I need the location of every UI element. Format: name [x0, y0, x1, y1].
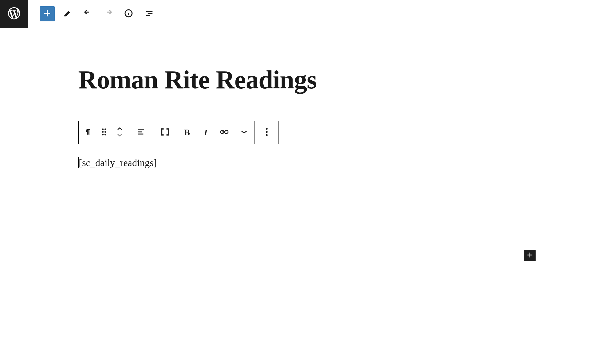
align-button[interactable] — [129, 121, 153, 144]
shortcode-group — [153, 121, 177, 144]
drag-handle[interactable] — [98, 121, 111, 144]
shortcode-content-block[interactable]: [sc_daily_readings] — [78, 157, 594, 168]
paragraph-icon — [84, 128, 92, 137]
link-button[interactable] — [215, 121, 234, 144]
align-left-icon — [137, 128, 145, 137]
dots-vertical-icon — [265, 128, 268, 137]
svg-point-11 — [105, 131, 106, 133]
svg-point-12 — [102, 134, 104, 136]
brackets-icon — [160, 128, 170, 137]
svg-point-13 — [105, 134, 106, 136]
align-group — [129, 121, 153, 144]
svg-point-22 — [266, 134, 268, 136]
svg-point-9 — [105, 129, 106, 130]
bold-icon: B — [184, 128, 190, 137]
svg-point-8 — [102, 129, 104, 130]
chevron-down-icon — [241, 130, 247, 135]
info-icon — [124, 9, 133, 19]
block-options-button[interactable] — [255, 121, 278, 144]
link-icon — [220, 129, 229, 136]
italic-button[interactable]: I — [197, 121, 215, 144]
chevron-down-icon[interactable] — [117, 133, 123, 138]
undo-button[interactable] — [80, 6, 95, 21]
drag-icon — [101, 128, 107, 137]
top-toolbar — [0, 0, 594, 28]
redo-button — [101, 6, 116, 21]
more-formatting-button[interactable] — [234, 121, 254, 144]
options-group — [255, 121, 278, 144]
block-inserter-button[interactable] — [524, 250, 536, 261]
block-type-group — [79, 121, 129, 144]
chevron-up-icon[interactable] — [117, 127, 123, 132]
plus-icon — [43, 9, 52, 19]
format-group: B I — [177, 121, 255, 144]
wordpress-icon — [7, 6, 21, 22]
bold-button[interactable]: B — [177, 121, 197, 144]
editor-canvas: Roman Rite Readings — [0, 28, 594, 168]
tools-button[interactable] — [60, 6, 75, 21]
move-buttons — [111, 121, 129, 144]
post-title[interactable]: Roman Rite Readings — [78, 65, 594, 95]
block-toolbar: B I — [78, 121, 279, 144]
svg-point-21 — [266, 131, 268, 133]
plus-icon — [526, 251, 534, 260]
shortcode-text: [sc_daily_readings] — [79, 157, 157, 168]
svg-point-20 — [266, 128, 268, 130]
paragraph-block-button[interactable] — [79, 121, 98, 144]
wordpress-logo-button[interactable] — [0, 0, 28, 28]
svg-point-10 — [102, 131, 104, 133]
add-block-button[interactable] — [40, 6, 55, 21]
outline-button[interactable] — [141, 6, 156, 21]
toolbar-buttons-group — [28, 6, 156, 21]
pencil-icon — [63, 9, 72, 19]
shortcode-button[interactable] — [153, 121, 177, 144]
list-lines-icon — [144, 9, 154, 19]
redo-icon — [104, 9, 113, 19]
details-button[interactable] — [121, 6, 136, 21]
undo-icon — [83, 9, 93, 19]
italic-icon: I — [204, 128, 207, 137]
